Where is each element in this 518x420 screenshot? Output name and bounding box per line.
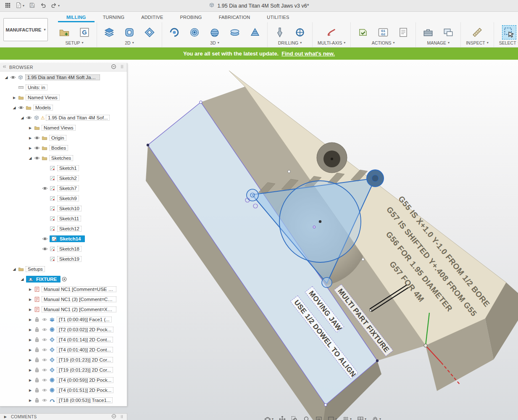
tree-item-named-views[interactable]: ▶Named Views [0, 92, 127, 103]
expand-arrow-icon[interactable]: ▶ [27, 378, 33, 382]
drill-button[interactable] [273, 25, 287, 40]
redo-button[interactable]: ▾ [50, 1, 61, 11]
tree-item-sketch14[interactable]: Sketch14 [0, 234, 127, 244]
tree-item-t1-0-00-49-face1[interactable]: ▶[T1 (0:00:49)] Face1 (... [0, 314, 127, 325]
file-menu-button[interactable]: ▾ [14, 1, 26, 11]
expand-arrow-icon[interactable]: ▶ [27, 126, 33, 130]
collapse-panel-icon[interactable] [2, 64, 7, 70]
expand-arrow-icon[interactable]: ▶ [27, 298, 33, 301]
collapse-arrow-icon[interactable]: ◢ [27, 156, 33, 160]
tree-item-t2-0-03-02-2d-pock[interactable]: ▶[T2 (0:03:02)] 2D Pock... [0, 325, 127, 335]
toolbar-group-dropdown-drilling[interactable]: DRILLING▾ [278, 40, 302, 46]
expand-arrow-icon[interactable]: ▶ [27, 338, 33, 342]
save-button[interactable] [28, 1, 37, 11]
lock-icon[interactable] [33, 367, 41, 373]
toolbar-group-dropdown-2d[interactable]: 2D▾ [125, 40, 134, 46]
2d-pocket-button[interactable] [122, 25, 137, 40]
viewports-button[interactable]: ▾ [357, 415, 367, 420]
expand-arrow-icon[interactable]: ▶ [27, 388, 33, 392]
tab-turning[interactable]: TURNING [95, 12, 133, 22]
expand-arrow-icon[interactable]: ▶ [27, 318, 33, 322]
tree-item-sketch18[interactable]: Sketch18 [0, 244, 127, 254]
undo-button[interactable] [39, 1, 47, 11]
lock-icon[interactable] [33, 387, 41, 393]
tree-item-manual-nc1-3-comment-clam[interactable]: ▶Manual NC1 (3) [Comment=CLAM... [0, 294, 127, 304]
expand-arrow-icon[interactable]: ▶ [27, 136, 33, 140]
eye-icon[interactable] [25, 115, 33, 121]
eye-dim-icon[interactable] [41, 377, 48, 383]
task-manager-button[interactable] [441, 25, 455, 40]
new-setup-button[interactable] [57, 25, 71, 40]
tree-item-sketch10[interactable]: Sketch10 [0, 203, 127, 214]
tree-item-1-95-dia-and-titan-4m-soft-jaws-v3-v6[interactable]: ◢1.95 Dia and Titan 4M Soft Jaws v3 v6 [0, 72, 127, 82]
tree-item-named-views[interactable]: ▶Named Views [0, 123, 127, 133]
collapse-arrow-icon[interactable]: ◢ [11, 267, 17, 271]
pan-button[interactable] [279, 415, 286, 420]
tree-item-t18-0-00-53-trace1[interactable]: ▶[T18 (0:00:53)] Trace1... [0, 395, 127, 405]
tab-fabrication[interactable]: FABRICATION [210, 12, 259, 22]
lock-icon[interactable] [33, 377, 41, 383]
expand-arrow-icon[interactable]: ▶ [27, 358, 33, 362]
eye-icon[interactable] [33, 155, 41, 161]
eye-dim-icon[interactable] [41, 337, 48, 343]
lock-icon[interactable] [33, 337, 41, 343]
lock-icon[interactable] [33, 357, 41, 363]
expand-arrow-icon[interactable]: ▶ [27, 399, 33, 402]
eye-dim-icon[interactable] [41, 327, 48, 333]
target-icon[interactable] [60, 276, 68, 282]
eye-dim-icon[interactable] [41, 367, 48, 373]
app-grid-button[interactable] [3, 1, 12, 11]
face-mill-button[interactable] [102, 25, 116, 40]
toolbar-group-dropdown-multi-axis[interactable]: MULTI-AXIS▾ [318, 40, 345, 46]
tree-item-t4-0-01-40-2d-cont[interactable]: ▶[T4 (0:01:40)] 2D Cont... [0, 345, 127, 355]
eye-icon[interactable] [9, 74, 17, 80]
measure-button[interactable] [470, 25, 484, 40]
gcode-button[interactable]: G [77, 25, 92, 40]
orbit-button[interactable]: ▾ [264, 415, 274, 420]
tree-item-origin[interactable]: ▶Origin [0, 133, 127, 143]
eye-dim-icon[interactable] [41, 357, 48, 363]
browser-panel-header[interactable]: BROWSER [0, 63, 127, 71]
expand-arrow-icon[interactable]: ▶ [3, 415, 8, 419]
minimize-panel-button[interactable] [111, 414, 117, 420]
workspace-switcher-button[interactable]: MANUFACTURE▾ [3, 18, 48, 41]
tree-item-t4-0-00-59-2d-pock[interactable]: ▶[T4 (0:00:59)] 2D Pock... [0, 375, 127, 385]
eye-icon[interactable] [41, 236, 49, 242]
tree-item-sketch1[interactable]: Sketch1 [0, 163, 127, 173]
tab-utilities[interactable]: UTILITIES [258, 12, 297, 22]
eye-icon[interactable] [41, 185, 49, 191]
toolbar-group-dropdown-actions[interactable]: ACTIONS▾ [372, 40, 395, 46]
collapse-arrow-icon[interactable]: ◢ [3, 75, 9, 79]
display-settings-button[interactable]: ▾ [327, 415, 337, 420]
eye-icon[interactable] [33, 135, 41, 141]
expand-arrow-icon[interactable]: ▶ [27, 308, 33, 312]
toolbar-group-dropdown-select[interactable]: SELECT▾ [499, 40, 518, 46]
tree-item-t4-0-01-14-2d-cont[interactable]: ▶[T4 (0:01:14)] 2D Cont... [0, 335, 127, 345]
minimize-panel-button[interactable] [110, 64, 117, 71]
tree-item-t4-0-01-51-2d-pock[interactable]: ▶[T4 (0:01:51)] 2D Pock... [0, 385, 127, 395]
comments-panel-header[interactable]: ▶ COMMENTS [0, 413, 127, 420]
tree-item-sketch7[interactable]: Sketch7 [0, 183, 127, 193]
eye-dim-icon[interactable] [41, 347, 48, 353]
zoom-window-button[interactable] [291, 415, 298, 420]
navigation-settings-button[interactable]: ▾ [371, 415, 381, 420]
steep-shallow-button[interactable] [208, 25, 222, 40]
expand-arrow-icon[interactable]: ▶ [27, 328, 33, 332]
tree-item-t19-0-01-23-2d-cor[interactable]: ▶[T19 (0:01:23)] 2D Cor... [0, 365, 127, 375]
tree-item-t19-0-01-23-2d-cor[interactable]: ▶[T19 (0:01:23)] 2D Cor... [0, 355, 127, 365]
tree-item-manual-nc1-2-comment-xy-pl[interactable]: ▶Manual NC1 (2) [Comment=XY Pl... [0, 304, 127, 314]
tree-item-sketch2[interactable]: Sketch2 [0, 173, 127, 183]
tree-item-sketches[interactable]: ◢Sketches [0, 153, 127, 163]
panel-grip-icon[interactable] [119, 64, 125, 70]
tab-probing[interactable]: PROBING [171, 12, 210, 22]
expand-arrow-icon[interactable]: ▶ [27, 288, 33, 291]
expand-arrow-icon[interactable]: ▶ [27, 146, 33, 150]
eye-dim-icon[interactable] [41, 317, 48, 322]
lock-icon[interactable] [33, 317, 41, 322]
update-banner-link[interactable]: Find out what's new. [281, 50, 335, 57]
collapse-arrow-icon[interactable]: ◢ [19, 277, 25, 281]
lock-icon[interactable] [33, 327, 41, 333]
tree-item-units-in[interactable]: Units: in [0, 82, 127, 92]
pocket-clearing-button[interactable] [187, 25, 202, 40]
tree-item-bodies[interactable]: ▶Bodies [0, 143, 127, 153]
